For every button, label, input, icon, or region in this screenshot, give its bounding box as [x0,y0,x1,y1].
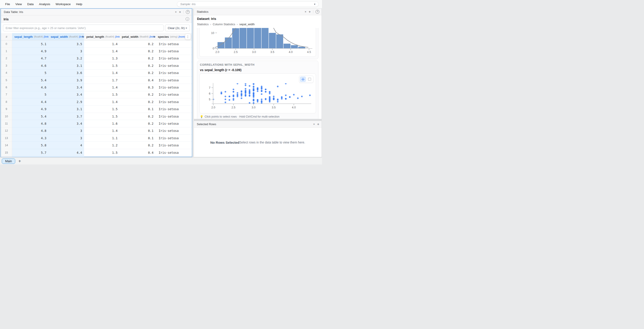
table-row[interactable]: 124.831.40.1Iris-setosa [1,127,192,135]
scatter-point[interactable] [228,99,230,101]
menu-item-data[interactable]: Data [25,1,36,7]
menu-item-view[interactable]: View [13,1,24,7]
menu-item-file[interactable]: File [3,1,12,7]
scatter-point[interactable] [265,88,266,90]
scatter-point[interactable] [281,97,282,98]
scatter-point[interactable] [261,99,262,100]
menu-item-analysis[interactable]: Analysis [36,1,52,7]
table-row[interactable]: 155.74.41.50.4Iris-setosa [1,149,192,156]
scatter-point[interactable] [257,90,258,92]
scatter-point[interactable] [253,90,254,91]
scatter-point[interactable] [273,99,274,100]
menu-item-help[interactable]: Help [74,1,85,7]
scatter-point[interactable] [261,90,262,92]
table-row[interactable]: 14.931.40.2Iris-setosa [1,48,192,55]
histogram-bar[interactable] [269,33,276,48]
scatter-point[interactable] [261,86,262,87]
scatter-point[interactable] [249,91,250,92]
correlation-scatter-plot[interactable]: 5672.02.53.03.54.0 [202,75,314,111]
scatter-point[interactable] [232,99,234,101]
add-panel-icon[interactable]: + [179,10,181,14]
scatter-point[interactable] [236,96,238,97]
scatter-point[interactable] [232,94,234,96]
scatter-point[interactable] [265,99,266,100]
column-header-sepal_width[interactable]: sepal_width(float64)[interval]⇅ [48,33,84,40]
close-icon[interactable]: × [304,10,306,13]
column-menu-button[interactable]: ⋮ [185,34,191,39]
scatter-point[interactable] [277,99,278,101]
scatter-point[interactable] [224,91,226,92]
add-tab-button[interactable]: + [18,159,21,163]
box-select-tool-button[interactable] [306,76,312,82]
table-row[interactable]: 145.841.20.2Iris-setosa [1,142,192,149]
scatter-point[interactable] [257,87,258,89]
help-icon[interactable]: ? [186,10,190,14]
close-icon[interactable]: × [313,123,315,126]
scatter-point[interactable] [269,92,270,93]
histogram-bar[interactable] [291,45,298,48]
breadcrumb-item[interactable]: Statistics [197,22,209,26]
scatter-point[interactable] [224,96,226,97]
scatter-point[interactable] [240,91,242,92]
sepal-width-histogram[interactable]: 0102.02.53.03.54.04.5 [202,28,314,54]
scatter-point[interactable] [257,99,258,101]
table-row[interactable]: 05.13.51.40.2Iris-setosa [1,40,192,48]
tab-main[interactable]: Main [2,158,15,164]
filter-input[interactable] [3,24,164,31]
scatter-point[interactable] [240,94,242,95]
sort-icon[interactable]: ⇅ [82,35,84,38]
scatter-point[interactable] [236,92,238,94]
table-row[interactable]: 64.63.41.40.3Iris-setosa [1,84,192,91]
scatter-point[interactable] [261,101,262,103]
scatter-point[interactable] [245,95,246,97]
table-row[interactable]: 114.83.41.60.2Iris-setosa [1,120,192,127]
histogram-bar[interactable] [284,43,290,48]
breadcrumb-item[interactable]: sepal_width [239,22,255,26]
scatter-point[interactable] [253,100,254,101]
histogram-bar[interactable] [225,37,232,48]
scatter-point[interactable] [245,88,246,90]
table-row[interactable]: 34.63.11.50.2Iris-setosa [1,62,192,69]
scatter-point[interactable] [236,94,238,95]
histogram-bar[interactable] [254,28,261,48]
scatter-point[interactable] [245,83,246,84]
info-icon[interactable]: i [186,17,189,21]
scatter-point[interactable] [269,98,270,99]
histogram-bar[interactable] [276,34,283,48]
histogram-bar[interactable] [240,28,246,48]
scatter-point[interactable] [293,94,294,95]
histogram-bar[interactable] [232,28,239,48]
pan-tool-button[interactable] [300,76,306,82]
scatter-point[interactable] [261,93,262,95]
scatter-point[interactable] [245,91,246,92]
scatter-point[interactable] [253,102,254,104]
scatter-point[interactable] [236,83,238,84]
add-panel-icon[interactable]: + [317,122,319,126]
table-row[interactable]: 165.43.91.30.4Iris-setosa [1,156,192,157]
histogram-bar[interactable] [247,28,254,48]
scatter-point[interactable] [265,91,266,92]
table-row[interactable]: 24.73.21.30.2Iris-setosa [1,55,192,62]
scatter-point[interactable] [285,94,286,96]
close-icon[interactable]: × [175,10,177,13]
statistics-scroll-area[interactable]: 0102.02.53.03.54.04.5 CORRELATIONS WITH … [197,28,318,119]
scatter-point[interactable] [232,88,234,90]
column-header-sepal_length[interactable]: sepal_length(float64)[interval] [12,33,48,40]
scatter-point[interactable] [277,86,278,87]
scatter-point[interactable] [224,101,226,103]
scatter-point[interactable] [245,84,246,86]
scatter-point[interactable] [277,101,278,103]
breadcrumb-item[interactable]: Column Statistics [213,22,235,26]
histogram-bar[interactable] [218,42,224,48]
table-row[interactable]: 105.43.71.50.2Iris-setosa [1,113,192,120]
scatter-point[interactable] [301,96,302,97]
scatter-point[interactable] [228,96,230,97]
scatter-point[interactable] [309,94,310,96]
scatter-point[interactable] [249,102,250,104]
scatter-point[interactable] [232,91,234,92]
scatter-point[interactable] [249,94,250,96]
add-panel-icon[interactable]: + [308,10,311,14]
clear-filter-button[interactable]: Clear (2c, 0r) × [165,24,190,31]
scatter-point[interactable] [273,96,274,97]
help-icon[interactable]: ? [316,10,319,14]
